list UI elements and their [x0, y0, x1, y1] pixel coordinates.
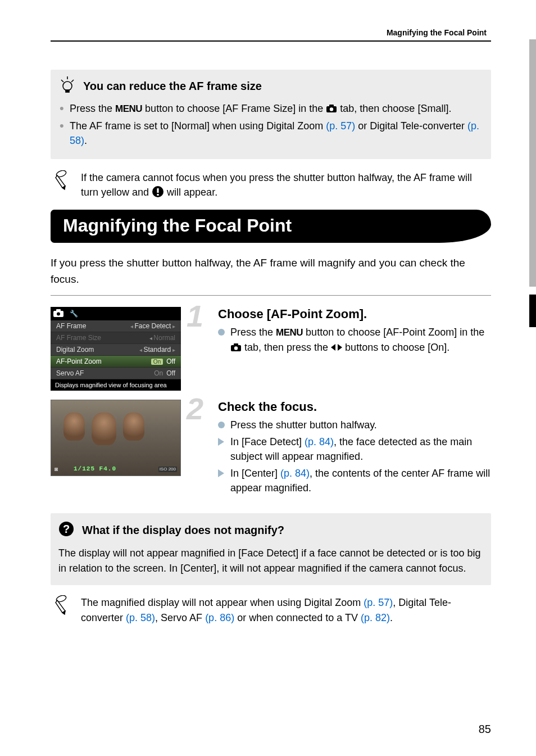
photo-iso-text: ISO 200 — [158, 467, 177, 472]
svg-point-7 — [330, 107, 333, 111]
tip-af-frame-size: You can reduce the AF frame size Press t… — [51, 70, 491, 159]
svg-rect-6 — [329, 105, 334, 107]
step2-bullet-2: In [Face Detect] (p. 84), the face detec… — [218, 434, 491, 464]
link-p84-face[interactable]: (p. 84) — [305, 436, 334, 447]
link-p84-center[interactable]: (p. 84) — [280, 468, 310, 479]
step1-bullet: Press the MENU button to choose [AF-Poin… — [218, 325, 491, 355]
menu-screenshot: 🔧 AF Frame◂ Face Detect ▸ AF Frame Size◂… — [51, 307, 181, 391]
section-title: Magnifying the Focal Point — [51, 210, 491, 243]
svg-rect-11 — [157, 194, 158, 196]
svg-point-0 — [63, 82, 72, 90]
qa-block: ? What if the display does not magnify? … — [51, 513, 491, 585]
lightbulb-icon — [60, 76, 75, 96]
svg-point-14 — [57, 313, 60, 316]
camera-tab-icon — [53, 309, 64, 319]
section-intro: If you press the shutter button halfway,… — [51, 255, 491, 287]
svg-line-3 — [71, 80, 74, 82]
qa-body: The display will not appear magnified in… — [58, 546, 481, 576]
page-number: 85 — [479, 723, 491, 736]
step-number-2: 2 — [187, 399, 203, 420]
tip-bullet-1: Press the MENU button to choose [AF Fram… — [60, 101, 482, 116]
svg-rect-4 — [66, 90, 69, 92]
svg-point-17 — [234, 346, 238, 350]
svg-rect-10 — [157, 188, 158, 193]
camera-icon — [230, 342, 242, 353]
menu-row-af-frame-size: AF Frame Size◂ Normal — [51, 332, 181, 344]
step2-bullet-3: In [Center] (p. 84), the contents of the… — [218, 466, 491, 495]
pencil-icon — [54, 170, 71, 200]
note-cannot-focus: If the camera cannot focus when you pres… — [54, 170, 491, 200]
svg-text:?: ? — [63, 523, 70, 535]
link-p82[interactable]: (p. 82) — [361, 612, 390, 623]
tip-title: You can reduce the AF frame size — [83, 80, 262, 93]
wrench-tab-icon: 🔧 — [70, 310, 78, 318]
side-tab-grey — [529, 39, 536, 287]
svg-line-2 — [61, 80, 63, 82]
tip-bullet-2: The AF frame is set to [Normal] when usi… — [60, 119, 482, 148]
step2-heading: Check the focus. — [218, 400, 491, 414]
header-underline — [51, 40, 491, 42]
menu-text: MENU — [115, 103, 142, 114]
pencil-icon — [54, 595, 71, 626]
menu-row-digital-zoom: Digital Zoom◂ Standard ▸ — [51, 344, 181, 356]
photo-corner-icon: ◙ — [54, 466, 58, 472]
svg-marker-19 — [338, 344, 342, 351]
step1-heading: Choose [AF-Point Zoom]. — [218, 307, 491, 322]
menu-row-servo-af: Servo AFOnOff — [51, 368, 181, 379]
qa-title: What if the display does not magnify? — [82, 524, 284, 537]
link-p86[interactable]: (p. 86) — [205, 612, 234, 623]
link-p57[interactable]: (p. 57) — [326, 120, 355, 132]
step-number-1: 1 — [187, 306, 203, 327]
svg-rect-16 — [234, 343, 238, 346]
menu-footer: Displays magnified view of focusing area — [51, 379, 181, 391]
camera-icon — [326, 103, 337, 114]
step2-bullet-1: Press the shutter button halfway. — [218, 418, 491, 432]
photo-exposure-text: 1/125 F4.0 — [74, 465, 116, 472]
divider — [51, 295, 491, 296]
question-icon: ? — [58, 521, 74, 539]
photo-preview: ◙ 1/125 F4.0 ISO 200 — [51, 400, 181, 476]
warning-icon — [152, 187, 164, 198]
link-p58-b[interactable]: (p. 58) — [126, 612, 155, 623]
menu-row-af-point-zoom: AF-Point ZoomOnOff — [51, 356, 181, 368]
svg-marker-18 — [331, 344, 335, 351]
svg-rect-13 — [56, 309, 61, 311]
link-p57-b[interactable]: (p. 57) — [364, 597, 393, 608]
menu-row-af-frame: AF Frame◂ Face Detect ▸ — [51, 320, 181, 332]
side-tab-black — [529, 295, 536, 327]
running-header: Magnifying the Focal Point — [51, 28, 491, 37]
left-right-arrows-icon — [331, 342, 342, 353]
menu-text: MENU — [276, 327, 303, 338]
final-note: The magnified display will not appear wh… — [54, 595, 491, 626]
